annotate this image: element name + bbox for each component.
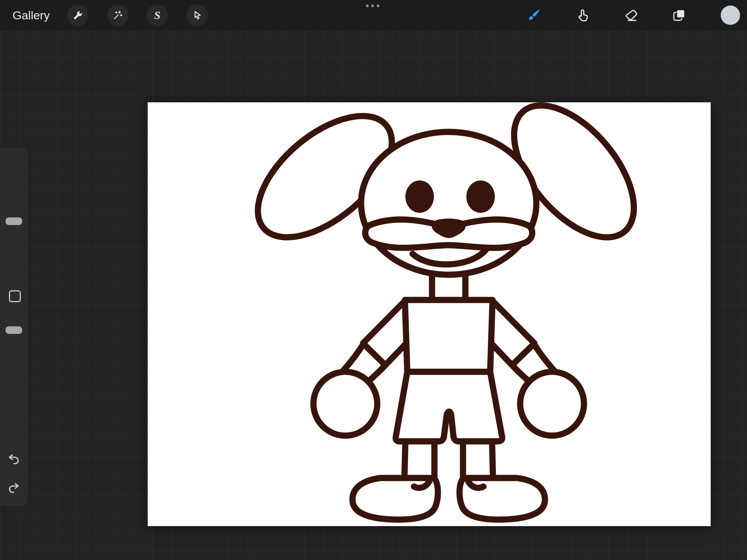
bunny-left-eye <box>405 180 434 213</box>
sidebar <box>0 148 28 506</box>
bunny-head <box>361 132 536 274</box>
undo-button[interactable] <box>6 451 21 466</box>
selection-s-icon: S <box>154 9 160 22</box>
top-toolbar: Gallery S ••• <box>0 0 747 30</box>
transform-arrow-icon <box>192 10 203 21</box>
opacity-slider[interactable] <box>6 326 22 334</box>
bunny-right-sleeve <box>491 301 534 365</box>
magic-wand-icon <box>112 10 123 21</box>
paint-tool-button[interactable] <box>526 8 542 23</box>
canvas-options-handle[interactable]: ••• <box>366 0 382 12</box>
adjustments-button[interactable] <box>107 4 129 26</box>
bunny-shorts <box>396 372 502 441</box>
smudge-tool-button[interactable] <box>575 8 590 23</box>
color-swatch-button[interactable] <box>721 6 740 25</box>
eraser-icon <box>624 8 639 23</box>
bunny-right-eye <box>466 180 495 213</box>
bunny-left-hand <box>313 372 377 436</box>
brush-icon <box>526 8 542 23</box>
selection-button[interactable]: S <box>147 4 168 26</box>
actions-button[interactable] <box>67 4 89 26</box>
bunny-legs <box>404 441 493 479</box>
redo-icon <box>7 480 21 494</box>
smudge-finger-icon <box>575 8 590 23</box>
bunny-left-sleeve <box>363 301 406 365</box>
bunny-drawing <box>148 102 711 526</box>
brush-size-slider[interactable] <box>6 217 22 225</box>
layers-icon <box>672 8 687 23</box>
modify-button[interactable] <box>9 290 21 302</box>
procreate-app: Gallery S ••• <box>0 0 747 560</box>
bunny-shirt <box>405 300 492 372</box>
redo-button[interactable] <box>6 480 21 495</box>
erase-tool-button[interactable] <box>624 8 639 23</box>
layers-button[interactable] <box>672 8 687 23</box>
gallery-button[interactable]: Gallery <box>12 0 50 30</box>
undo-icon <box>7 452 21 466</box>
bunny-right-hand <box>520 372 584 436</box>
drawing-canvas[interactable] <box>148 102 711 526</box>
transform-button[interactable] <box>186 4 208 26</box>
wrench-icon <box>72 10 83 21</box>
